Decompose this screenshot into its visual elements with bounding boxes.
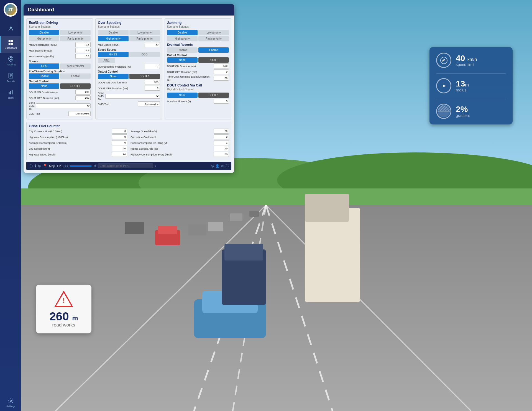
overspeed-none-btn[interactable]: None bbox=[98, 74, 128, 79]
overspeed-panic-btn[interactable]: Panic priority bbox=[129, 36, 160, 41]
sidebar-item-chart[interactable]: chart bbox=[0, 86, 21, 103]
jamming-doff-input[interactable] bbox=[214, 69, 229, 74]
jamming-none-btn[interactable]: None bbox=[167, 57, 198, 63]
stat-divider-1 bbox=[436, 73, 506, 74]
eventual-enable-btn[interactable]: Enable bbox=[198, 47, 229, 53]
overspeed-maxspeed-input[interactable] bbox=[145, 42, 160, 47]
clock-icon[interactable]: ⏱ bbox=[29, 164, 33, 168]
zoom-out-icon[interactable]: ⊖ bbox=[65, 164, 68, 168]
sidebar-item-settings[interactable]: Settings bbox=[0, 394, 21, 411]
eco-doff-input[interactable] bbox=[75, 95, 91, 100]
jamming-high-btn[interactable]: High priority bbox=[167, 36, 198, 41]
gnss-avgspeed-input[interactable] bbox=[214, 129, 229, 134]
duration-timeout-label: Duration Timeout (s) bbox=[167, 100, 213, 103]
jamming-detect-input[interactable] bbox=[214, 76, 229, 81]
eco-smstext-input[interactable] bbox=[68, 111, 91, 116]
eco-disable2-btn[interactable]: Disable bbox=[29, 73, 59, 79]
eco-braking-input[interactable] bbox=[75, 48, 91, 53]
eco-gps-btn[interactable]: GPS bbox=[29, 63, 59, 69]
jamming-dout1-btn[interactable]: DOUT 1 bbox=[198, 57, 229, 63]
eco-enable-btn[interactable]: Enable bbox=[60, 73, 91, 79]
settings-icon bbox=[8, 398, 14, 404]
overspeed-high-btn[interactable]: High priority bbox=[98, 36, 128, 41]
gnss-avg-input[interactable] bbox=[112, 140, 127, 145]
logo-inner: 1T bbox=[5, 4, 16, 15]
search-field[interactable] bbox=[98, 164, 153, 168]
fullscreen-icon[interactable]: ⛶ bbox=[225, 164, 229, 168]
overspeed-ain1-btn[interactable]: AIN1 bbox=[98, 58, 115, 63]
gnss-higherspeed-row: Higher Speeds Add (%) bbox=[131, 146, 229, 151]
overspeed-don-label: DOUT ON Duration (ms) bbox=[98, 81, 143, 84]
sidebar-item-reports[interactable]: Reports bbox=[0, 69, 21, 86]
gnss-hwspeed-input[interactable] bbox=[112, 152, 127, 157]
gnss-coeff-input[interactable] bbox=[214, 134, 229, 139]
user-icon bbox=[8, 25, 14, 32]
eco-carnering-label: Max carnering (rad/s) bbox=[29, 55, 74, 58]
eco-don-input[interactable] bbox=[75, 90, 91, 95]
gnss-higherspeed-label: Higher Speeds Add (%) bbox=[131, 147, 213, 150]
location-icon[interactable]: 📍 bbox=[43, 164, 47, 168]
gradient-icon-svg bbox=[437, 104, 451, 118]
digital-output-label: Digital Output Control bbox=[167, 88, 229, 91]
gnss-coeff-row: Correction Coefficient bbox=[131, 134, 229, 139]
gnss-cityspeed-input[interactable] bbox=[112, 146, 127, 151]
dout-dout1-2-btn[interactable]: DOUT 1 bbox=[198, 93, 229, 98]
overspeed-hysteresis-input[interactable] bbox=[145, 64, 160, 69]
duration-timeout-input[interactable] bbox=[214, 99, 229, 104]
share-icon[interactable]: ⊕ bbox=[38, 164, 41, 168]
eco-accel-btn[interactable]: accelerometer bbox=[60, 63, 91, 69]
jamming-detect-row: Time Until Jamming Event Detection (S) bbox=[167, 75, 229, 81]
sidebar-item-tracking[interactable]: Tracking bbox=[0, 53, 21, 69]
jamming-low-btn[interactable]: Low priority bbox=[198, 30, 229, 35]
gnss-city-input[interactable] bbox=[112, 129, 127, 134]
eco-disable-btn[interactable]: Disable bbox=[29, 30, 59, 35]
compass-icon[interactable]: ◎ bbox=[211, 164, 214, 168]
gnss-higherspeed-input[interactable] bbox=[214, 146, 229, 151]
overspeed-dout1-btn[interactable]: DOUT 1 bbox=[129, 74, 160, 79]
gnss-idling-input[interactable] bbox=[214, 140, 229, 145]
duration-timeout-row: Duration Timeout (s) bbox=[167, 99, 229, 104]
radius-value: 13m bbox=[456, 80, 469, 88]
eventual-disable-btn[interactable]: Disable bbox=[167, 47, 198, 53]
gnss-idling-label: Fuel Consumption On Idling (l/h) bbox=[131, 141, 213, 144]
jamming-section: Jamming Scenario Settings Disable Low pr… bbox=[165, 18, 231, 119]
overspeed-low-btn[interactable]: Low priority bbox=[129, 30, 160, 35]
zoom-slider[interactable] bbox=[70, 165, 92, 167]
jamming-btn-row-2: High priority Panic priority bbox=[167, 36, 229, 41]
jamming-don-input[interactable] bbox=[214, 63, 229, 68]
sidebar-item-profile[interactable] bbox=[0, 22, 21, 36]
gnss-city-label: City Consumption (L/100km) bbox=[29, 130, 111, 133]
overspeed-disable-btn[interactable]: Disable bbox=[98, 30, 128, 35]
eco-duration-label: Eco/Green Driving Duration bbox=[29, 70, 91, 73]
info-icon[interactable]: ℹ bbox=[35, 164, 36, 168]
eco-driving-section: Eco/Green Driving Scenario Settings Disa… bbox=[26, 18, 93, 119]
zoom-in-icon[interactable]: ⊕ bbox=[93, 164, 96, 168]
eco-none-btn[interactable]: None bbox=[29, 83, 59, 89]
jamming-disable-btn[interactable]: Disable bbox=[167, 30, 198, 35]
dout-none2-btn[interactable]: None bbox=[167, 93, 198, 98]
gnss-hwconsumption-input[interactable] bbox=[214, 152, 229, 157]
overspeed-obd-btn[interactable]: OBD bbox=[129, 52, 160, 57]
gnss-idling-row: Fuel Consumption On Idling (l/h) bbox=[131, 140, 229, 145]
gnss-highway-input[interactable] bbox=[112, 134, 127, 139]
eco-low-btn[interactable]: Low priority bbox=[60, 30, 91, 35]
jamming-panic-btn[interactable]: Panic priority bbox=[198, 36, 229, 41]
sidebar-item-dashboard[interactable]: Dashboard bbox=[0, 36, 21, 53]
map-nums: 1 2 3 bbox=[57, 164, 63, 168]
overspeed-smstext-label: SMS Text bbox=[98, 103, 136, 106]
overspeed-doff-input[interactable] bbox=[145, 86, 160, 91]
eco-accel-input[interactable] bbox=[75, 42, 91, 47]
overspeed-sms-select[interactable] bbox=[105, 94, 160, 99]
user2-icon[interactable]: 👤 bbox=[215, 164, 219, 168]
eco-dout1-btn[interactable]: DOUT 1 bbox=[60, 83, 91, 89]
eco-carnering-input[interactable] bbox=[75, 54, 91, 59]
overspeed-smstext-input[interactable] bbox=[138, 101, 160, 106]
eco-carnering-row: Max carnering (rad/s) bbox=[29, 54, 91, 59]
layers-icon[interactable]: ⧉ bbox=[221, 164, 224, 168]
eco-sms-select[interactable] bbox=[36, 103, 91, 108]
eco-panic-btn[interactable]: Panic priority bbox=[60, 36, 91, 41]
eco-high-btn[interactable]: High priority bbox=[29, 36, 59, 41]
overspeed-gnss-btn[interactable]: GNSS bbox=[98, 52, 128, 57]
sidebar-logo[interactable]: 1T bbox=[4, 3, 17, 17]
overspeed-don-input[interactable] bbox=[145, 80, 160, 85]
